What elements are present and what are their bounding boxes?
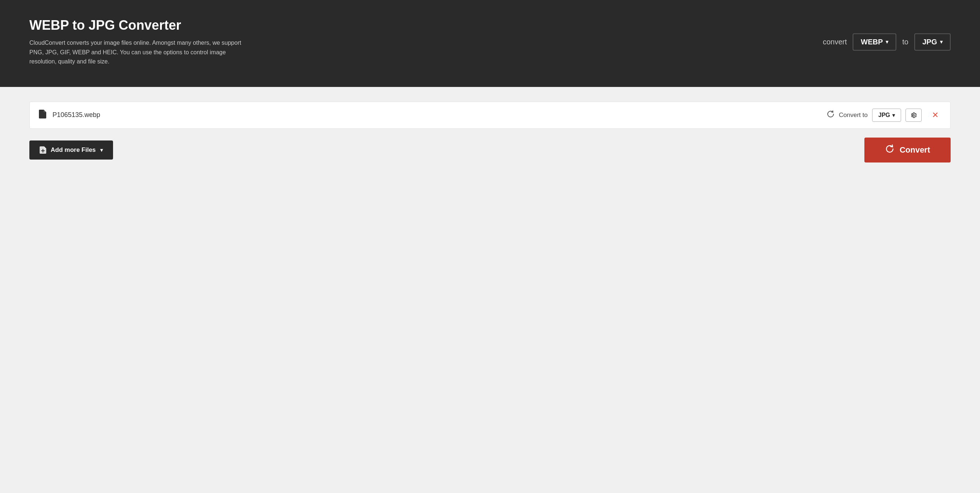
- convert-to-label: Convert to: [839, 111, 868, 119]
- file-row: P1065135.webp Convert to JPG ✕: [29, 101, 951, 129]
- main-content: P1065135.webp Convert to JPG ✕: [0, 87, 980, 177]
- settings-button[interactable]: [905, 109, 922, 122]
- add-more-files-button[interactable]: Add more Files ▾: [29, 141, 113, 160]
- file-icon: [38, 110, 47, 120]
- source-format-button[interactable]: WEBP: [853, 33, 896, 51]
- convert-refresh-icon: [885, 144, 894, 156]
- header-to-label: to: [902, 38, 908, 46]
- header-description: CloudConvert converts your image files o…: [29, 38, 250, 67]
- file-row-controls: Convert to JPG ✕: [827, 109, 942, 122]
- header-left: WEBP to JPG Converter CloudConvert conve…: [29, 17, 250, 67]
- refresh-icon: [827, 110, 835, 120]
- header-right: convert WEBP to JPG: [823, 33, 951, 51]
- header-convert-label: convert: [823, 38, 847, 46]
- convert-button[interactable]: Convert: [864, 138, 951, 163]
- bottom-row: Add more Files ▾ Convert: [29, 138, 951, 163]
- target-format-button[interactable]: JPG: [914, 33, 951, 51]
- file-name: P1065135.webp: [52, 111, 821, 119]
- add-files-label: Add more Files: [51, 146, 96, 154]
- page-title: WEBP to JPG Converter: [29, 17, 250, 33]
- convert-label: Convert: [900, 145, 930, 155]
- remove-file-button[interactable]: ✕: [929, 109, 942, 121]
- file-format-select[interactable]: JPG: [872, 109, 901, 122]
- header: WEBP to JPG Converter CloudConvert conve…: [0, 0, 980, 87]
- add-files-chevron-icon: ▾: [100, 147, 103, 153]
